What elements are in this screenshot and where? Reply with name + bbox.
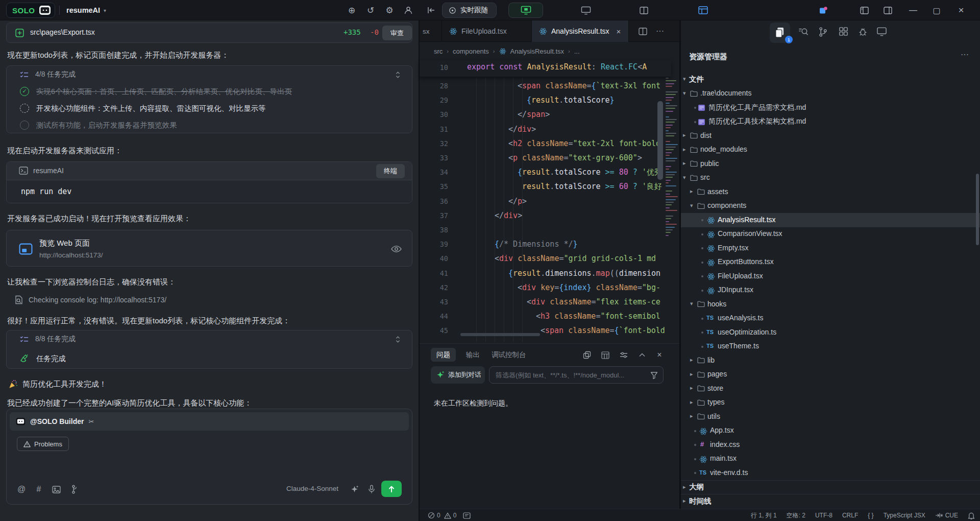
tag-icon[interactable]: #	[31, 481, 46, 498]
tree-row-vite-env.d.ts[interactable]: TSvite-env.d.ts	[681, 466, 980, 480]
tree-row-index.css[interactable]: #index.css	[681, 438, 980, 452]
code-line[interactable]: 39{/* Dimensions */}	[420, 237, 665, 251]
tree-row-pages[interactable]: ▸pages	[681, 368, 980, 382]
toggle-panel-left-button[interactable]	[855, 0, 873, 20]
collapse-left-icon[interactable]	[424, 0, 439, 20]
code-line[interactable]: 36</p>	[420, 194, 665, 208]
tree-row-Empty.tsx[interactable]: Empty.tsx	[681, 241, 980, 255]
file-change-card[interactable]: src\pages\Export.tsx +335 -0 审查	[6, 22, 412, 43]
code-area[interactable]: 28<span className={`text-3xl font29{resu…	[420, 77, 665, 344]
tree-row-item[interactable]: ▸大纲	[681, 480, 980, 494]
code-line[interactable]: 33<p className="text-gray-600">	[420, 151, 665, 165]
errors-status[interactable]: 0	[428, 512, 440, 519]
code-line[interactable]: 28<span className={`text-3xl font	[420, 79, 665, 93]
history-button[interactable]: ↺	[363, 0, 378, 20]
remote-monitor-icon[interactable]	[876, 27, 887, 36]
code-line[interactable]: 29{result.totalScore}	[420, 93, 665, 107]
tree-row-src[interactable]: ▾src	[681, 171, 980, 185]
horizontal-scrollbar[interactable]	[460, 333, 540, 336]
tree-row-AnalysisResult.tsx[interactable]: AnalysisResult.tsx	[681, 213, 980, 227]
tree-row-dist[interactable]: ▸dist	[681, 129, 980, 143]
mention-icon[interactable]: @	[14, 481, 29, 498]
extensions-icon[interactable]	[839, 27, 848, 36]
tab-analysisresult-active[interactable]: AnalysisResult.tsx ×	[532, 20, 629, 42]
indent-setting[interactable]: 空格: 2	[787, 511, 805, 520]
settings-gear-button[interactable]: ⚙	[382, 0, 397, 20]
review-button[interactable]: 审查	[382, 26, 412, 40]
tree-row-assets[interactable]: ▸assets	[681, 185, 980, 199]
maximize-button[interactable]: ▢	[928, 0, 945, 20]
tab-debug-console[interactable]: 调试控制台	[486, 348, 532, 362]
send-button[interactable]	[381, 481, 402, 497]
code-line[interactable]: 37</div>	[420, 208, 665, 223]
table-panel-icon[interactable]	[599, 349, 611, 361]
warnings-status[interactable]: 0	[444, 512, 457, 519]
tree-row-public[interactable]: ▸public	[681, 157, 980, 171]
code-line[interactable]: 42<div key={index} className="bg-	[420, 280, 665, 295]
table-view-button[interactable]	[695, 0, 710, 20]
collapse-toggle-icon[interactable]	[395, 335, 401, 344]
code-line[interactable]: 38	[420, 223, 665, 237]
close-panel-icon[interactable]: ×	[653, 349, 666, 361]
source-control-icon[interactable]	[818, 27, 828, 37]
code-line[interactable]: 34{result.totalScore >= 80 ? '优秀	[420, 165, 665, 179]
tree-row-App.tsx[interactable]: App.tsx	[681, 424, 980, 438]
screen-view-button[interactable]	[578, 0, 594, 20]
close-tab-icon[interactable]: ×	[617, 27, 621, 36]
problems-chip[interactable]: Problems	[17, 437, 69, 451]
tab-fileupload[interactable]: FileUpload.tsx	[442, 20, 532, 42]
explorer-scrollbar[interactable]	[976, 174, 979, 245]
tree-row-hooks[interactable]: ▾hooks	[681, 297, 980, 312]
add-to-chat-button[interactable]: 添加到对话	[431, 366, 485, 384]
tree-row-types[interactable]: ▸types	[681, 396, 980, 410]
filter-settings-icon[interactable]	[618, 349, 630, 361]
code-line[interactable]: 44<h3 className="font-semibol	[420, 309, 665, 323]
tree-row-.md[interactable]: 简历优化工具产品需求文档.md	[681, 101, 980, 115]
tree-row-FileUpload.tsx[interactable]: FileUpload.tsx	[681, 269, 980, 283]
search-icon[interactable]	[798, 27, 809, 37]
agent-context-chip[interactable]: @SOLO Builder ✂	[10, 412, 409, 431]
new-chat-button[interactable]: ⊕	[344, 0, 359, 20]
code-line[interactable]: 35result.totalScore >= 60 ? '良好	[420, 179, 665, 194]
code-line[interactable]: 32<h2 className="text-2xl font-bold	[420, 136, 665, 151]
eye-icon[interactable]	[391, 245, 402, 253]
account-button[interactable]	[401, 0, 416, 20]
bell-icon[interactable]	[968, 512, 975, 519]
code-line[interactable]: 43<div className="flex items-ce	[420, 295, 665, 309]
encoding[interactable]: UTF-8	[815, 512, 832, 519]
copy-panel-icon[interactable]	[581, 349, 593, 361]
tree-row-item[interactable]: ▾文件	[681, 73, 980, 87]
workflow-icon[interactable]	[66, 481, 81, 498]
tab-partial[interactable]: sx	[420, 20, 442, 42]
minimap[interactable]	[666, 78, 679, 246]
collapse-panel-icon[interactable]	[636, 349, 648, 361]
cursor-position[interactable]: 行 1, 列 1	[751, 511, 777, 520]
tree-row-useTheme.ts[interactable]: TSuseTheme.ts	[681, 340, 980, 354]
sparkle-icon[interactable]	[347, 481, 362, 498]
files-icon[interactable]	[774, 27, 785, 38]
toggle-panel-right-button[interactable]	[879, 0, 896, 20]
braces-setting[interactable]: { }	[868, 512, 873, 519]
eol-setting[interactable]: CRLF	[842, 512, 858, 519]
tree-row-item[interactable]: ▸时间线	[681, 494, 980, 508]
project-menu[interactable]: resumeAI ▾	[66, 0, 106, 20]
code-line[interactable]: 40<div className="grid grid-cols-1 md	[420, 251, 665, 266]
tree-row-JDInput.tsx[interactable]: JDInput.tsx	[681, 283, 980, 298]
close-button[interactable]: ×	[952, 0, 970, 20]
tree-row-ExportButtons.tsx[interactable]: ExportButtons.tsx	[681, 255, 980, 270]
tree-row-useAnalysis.ts[interactable]: TSuseAnalysis.ts	[681, 312, 980, 326]
tab-output[interactable]: 输出	[460, 348, 485, 362]
open-terminal-button[interactable]: 终端	[376, 164, 405, 178]
collapse-toggle-icon[interactable]	[395, 70, 401, 79]
tree-row-.md[interactable]: 简历优化工具技术架构文档.md	[681, 115, 980, 129]
explorer-more-icon[interactable]: ···	[961, 50, 969, 59]
live-follow-tab[interactable]: 实时跟随	[442, 3, 497, 18]
tree-row-node_modules[interactable]: ▸node_modules	[681, 143, 980, 157]
tree-row-.traedocuments[interactable]: ▾.trae\documents	[681, 87, 980, 101]
funnel-icon[interactable]	[650, 371, 658, 379]
filter-input[interactable]	[496, 367, 644, 383]
tab-problems[interactable]: 问题	[431, 348, 456, 362]
code-line[interactable]: 41{result.dimensions.map((dimension	[420, 266, 665, 280]
code-line[interactable]: 45<span className={`font-bold	[420, 323, 665, 338]
breadcrumb[interactable]: src› components› AnalysisResult.tsx› ...	[434, 42, 580, 60]
